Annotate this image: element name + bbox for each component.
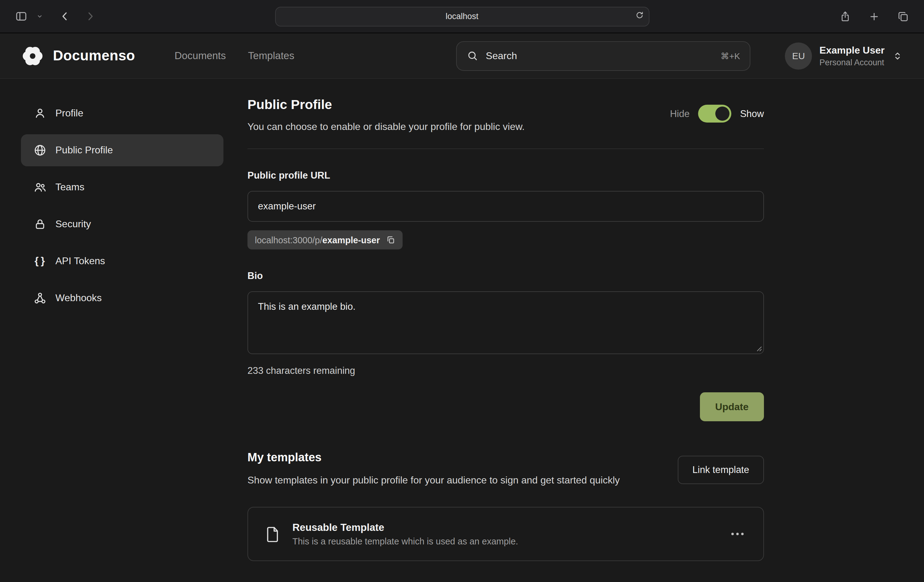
webhook-icon <box>33 291 47 305</box>
ellipsis-icon <box>731 533 734 535</box>
update-button[interactable]: Update <box>700 392 764 421</box>
sidebar-item-security[interactable]: Security <box>21 208 223 240</box>
documenso-logo-icon <box>21 44 45 68</box>
ellipsis-icon <box>736 533 739 535</box>
profile-url-input[interactable] <box>248 191 764 222</box>
public-profile-settings: Public Profile You can choose to enable … <box>248 97 764 561</box>
template-menu-button[interactable] <box>728 529 747 539</box>
forward-button[interactable] <box>82 8 99 25</box>
braces-icon: { } <box>33 255 47 267</box>
page-title: Public Profile <box>248 97 525 113</box>
plus-icon <box>869 11 879 22</box>
account-name: Example User <box>819 45 884 56</box>
tab-overview-button[interactable] <box>894 8 912 25</box>
url-slug: example-user <box>322 235 380 245</box>
chevron-down-icon <box>36 13 43 20</box>
main-nav: Documents Templates <box>175 50 294 61</box>
resize-grip-icon[interactable] <box>755 345 762 352</box>
tabs-icon <box>897 10 909 23</box>
new-tab-button[interactable] <box>866 8 882 24</box>
sidebar-item-label: Security <box>55 219 91 230</box>
page-content: Profile Public Profile Teams Securit <box>0 79 924 561</box>
file-icon <box>264 525 281 542</box>
account-menu[interactable]: EU Example User Personal Account <box>785 42 903 69</box>
share-button[interactable] <box>837 8 854 25</box>
sidebar-toggle-button[interactable] <box>12 7 30 25</box>
sidebar-item-label: Public Profile <box>55 145 113 156</box>
browser-window: localhost <box>0 0 924 582</box>
template-description: This is a reusable template which is use… <box>292 536 518 546</box>
global-search[interactable]: ⌘+K <box>456 41 751 71</box>
sidebar-menu-chevron[interactable] <box>34 10 46 22</box>
address-bar-url: localhost <box>446 12 478 21</box>
reload-button[interactable] <box>634 10 644 20</box>
sidebar-item-label: Teams <box>55 182 84 193</box>
url-prefix: localhost:3000/p/example-user <box>255 235 380 245</box>
sidebar-item-label: API Tokens <box>55 256 105 267</box>
back-arrow-icon <box>59 10 71 22</box>
forward-arrow-icon <box>84 10 96 22</box>
profile-url-label: Public profile URL <box>248 170 764 181</box>
show-label: Show <box>740 108 764 119</box>
browser-toolbar: localhost <box>0 0 924 33</box>
search-shortcut: ⌘+K <box>721 51 740 61</box>
app-header: Documenso Documents Templates ⌘+K EU Exa… <box>0 33 924 79</box>
divider <box>248 149 764 149</box>
sidebar-item-teams[interactable]: Teams <box>21 171 223 203</box>
my-templates-title: My templates <box>248 451 620 465</box>
visibility-control: Hide Show <box>670 97 764 122</box>
characters-remaining: 233 characters remaining <box>248 365 764 376</box>
template-name: Reusable Template <box>292 522 518 533</box>
page-subtitle: You can choose to enable or disable your… <box>248 121 525 132</box>
bio-textarea[interactable]: This is an example bio. <box>248 291 764 354</box>
sidebar-item-webhooks[interactable]: Webhooks <box>21 282 223 314</box>
sidebar-item-label: Webhooks <box>55 293 102 304</box>
reload-icon <box>634 10 644 20</box>
chevrons-up-down-icon <box>892 50 903 61</box>
sidebar-toggle-icon <box>15 10 28 23</box>
copy-icon <box>386 235 395 245</box>
profile-url-preview: localhost:3000/p/example-user <box>248 230 403 250</box>
brand-name: Documenso <box>53 48 135 64</box>
ellipsis-icon <box>741 533 744 535</box>
back-button[interactable] <box>57 8 73 25</box>
users-icon <box>33 180 47 194</box>
sidebar-item-label: Profile <box>55 108 83 119</box>
search-icon <box>467 50 478 61</box>
lock-icon <box>33 217 47 231</box>
nav-templates[interactable]: Templates <box>248 50 294 61</box>
address-bar[interactable]: localhost <box>275 7 649 26</box>
user-icon <box>33 107 47 120</box>
bio-label: Bio <box>248 270 764 281</box>
sidebar-item-public-profile[interactable]: Public Profile <box>21 134 223 166</box>
hide-label: Hide <box>670 108 690 119</box>
brand[interactable]: Documenso <box>21 44 135 68</box>
toggle-knob <box>715 107 729 121</box>
nav-documents[interactable]: Documents <box>175 50 226 61</box>
link-template-button[interactable]: Link template <box>678 456 764 484</box>
sidebar-item-profile[interactable]: Profile <box>21 97 223 129</box>
share-icon <box>839 10 851 23</box>
template-card: Reusable Template This is a reusable tem… <box>248 507 764 561</box>
account-type: Personal Account <box>819 58 884 67</box>
profile-visibility-toggle[interactable] <box>698 105 731 122</box>
globe-icon <box>33 144 47 157</box>
avatar: EU <box>785 42 812 69</box>
search-input[interactable] <box>486 50 713 61</box>
my-templates-description: Show templates in your public profile fo… <box>248 473 620 488</box>
settings-sidebar: Profile Public Profile Teams Securit <box>0 97 223 561</box>
copy-url-button[interactable] <box>386 235 395 245</box>
sidebar-item-api-tokens[interactable]: { } API Tokens <box>21 245 223 277</box>
